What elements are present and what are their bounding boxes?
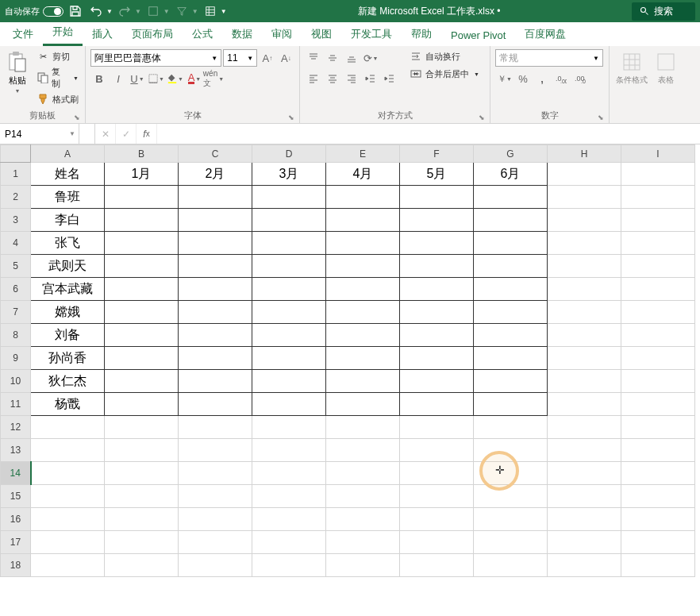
- cell-F3[interactable]: [400, 209, 474, 232]
- format-table-button[interactable]: 表格: [654, 49, 678, 87]
- row-header-3[interactable]: 3: [1, 209, 31, 232]
- cell-F18[interactable]: [400, 554, 474, 577]
- cell-D2[interactable]: [252, 186, 326, 209]
- col-header-I[interactable]: I: [621, 145, 695, 163]
- dec-decimal-icon[interactable]: .00.0: [571, 70, 589, 87]
- cell-B9[interactable]: [105, 347, 179, 370]
- cell-I7[interactable]: [621, 301, 695, 324]
- align-center-icon[interactable]: [324, 70, 341, 87]
- cell-B10[interactable]: [105, 370, 179, 393]
- cell-G12[interactable]: [474, 416, 548, 439]
- cell-B16[interactable]: [105, 508, 179, 531]
- cell-A10[interactable]: 狄仁杰: [31, 370, 105, 393]
- cell-G16[interactable]: [474, 508, 548, 531]
- cell-H4[interactable]: [548, 232, 621, 255]
- cell-B7[interactable]: [105, 301, 179, 324]
- enter-formula-icon[interactable]: ✓: [116, 124, 137, 144]
- search-box[interactable]: 搜索: [632, 2, 695, 21]
- autosave-toggle[interactable]: 自动保存 关: [5, 6, 63, 17]
- cell-F13[interactable]: [400, 439, 474, 462]
- cell-I1[interactable]: [621, 163, 695, 186]
- touch-icon[interactable]: [144, 2, 162, 20]
- cell-F9[interactable]: [400, 347, 474, 370]
- bold-button[interactable]: B: [90, 70, 108, 87]
- worksheet-grid[interactable]: ABCDEFGHI1姓名1月2月3月4月5月6月2鲁班3李白4张飞5武则天6宫本…: [0, 144, 700, 577]
- cell-E8[interactable]: [326, 324, 400, 347]
- cell-I5[interactable]: [621, 255, 695, 278]
- cell-E14[interactable]: [326, 462, 400, 485]
- cell-G2[interactable]: [474, 186, 548, 209]
- alignment-launcher[interactable]: ⬊: [479, 114, 485, 121]
- cell-F8[interactable]: [400, 324, 474, 347]
- cell-C13[interactable]: [179, 439, 252, 462]
- cell-B4[interactable]: [105, 232, 179, 255]
- cell-H8[interactable]: [548, 324, 621, 347]
- comma-icon[interactable]: ,: [533, 70, 551, 87]
- cell-I18[interactable]: [621, 554, 695, 577]
- cell-B14[interactable]: [105, 462, 179, 485]
- cell-B1[interactable]: 1月: [105, 163, 179, 186]
- cell-C8[interactable]: [179, 324, 252, 347]
- row-header-16[interactable]: 16: [1, 508, 31, 531]
- cell-I3[interactable]: [621, 209, 695, 232]
- cell-A4[interactable]: 张飞: [31, 232, 105, 255]
- cell-D9[interactable]: [252, 347, 326, 370]
- cell-B13[interactable]: [105, 439, 179, 462]
- cell-E18[interactable]: [326, 554, 400, 577]
- cell-C16[interactable]: [179, 508, 252, 531]
- cell-E13[interactable]: [326, 439, 400, 462]
- tab-insert[interactable]: 插入: [83, 22, 122, 46]
- cell-F14[interactable]: [400, 462, 474, 485]
- cell-D12[interactable]: [252, 416, 326, 439]
- col-header-B[interactable]: B: [105, 145, 179, 163]
- cell-F11[interactable]: [400, 393, 474, 416]
- cell-E1[interactable]: 4月: [326, 163, 400, 186]
- cell-C17[interactable]: [179, 531, 252, 554]
- row-header-1[interactable]: 1: [1, 163, 31, 186]
- cell-D10[interactable]: [252, 370, 326, 393]
- format-painter-button[interactable]: 格式刷: [35, 92, 80, 106]
- cell-G8[interactable]: [474, 324, 548, 347]
- tab-view[interactable]: 视图: [302, 22, 341, 46]
- cell-G4[interactable]: [474, 232, 548, 255]
- formula-input[interactable]: [157, 124, 700, 144]
- insert-function-icon[interactable]: fx: [137, 124, 157, 144]
- cell-H16[interactable]: [548, 508, 621, 531]
- redo-icon[interactable]: [116, 2, 133, 20]
- cell-G11[interactable]: [474, 393, 548, 416]
- cell-C11[interactable]: [179, 393, 252, 416]
- cell-C5[interactable]: [179, 255, 252, 278]
- cell-F16[interactable]: [400, 508, 474, 531]
- cell-E4[interactable]: [326, 232, 400, 255]
- grow-font-icon[interactable]: A↑: [259, 49, 275, 67]
- qat-dropdown[interactable]: ▼: [221, 8, 227, 15]
- cut-button[interactable]: ✂剪切: [35, 49, 80, 64]
- phonetic-button[interactable]: wén文▼: [205, 70, 222, 87]
- tab-file[interactable]: 文件: [3, 22, 43, 46]
- indent-dec-icon[interactable]: [362, 70, 379, 87]
- cell-H3[interactable]: [548, 209, 621, 232]
- cell-H1[interactable]: [548, 163, 621, 186]
- font-name-combo[interactable]: 阿里巴巴普惠体▼: [90, 49, 221, 67]
- cell-G1[interactable]: 6月: [474, 163, 548, 186]
- row-header-18[interactable]: 18: [1, 554, 31, 577]
- cell-A11[interactable]: 杨戬: [31, 393, 105, 416]
- cell-I10[interactable]: [621, 370, 695, 393]
- underline-button[interactable]: U▼: [129, 70, 146, 87]
- cell-B5[interactable]: [105, 255, 179, 278]
- cell-E7[interactable]: [326, 301, 400, 324]
- font-launcher[interactable]: ⬊: [288, 114, 294, 121]
- cell-H11[interactable]: [548, 393, 621, 416]
- cell-C14[interactable]: [179, 462, 252, 485]
- cell-H2[interactable]: [548, 186, 621, 209]
- row-header-2[interactable]: 2: [1, 186, 31, 209]
- cell-A12[interactable]: [31, 416, 105, 439]
- cell-F1[interactable]: 5月: [400, 163, 474, 186]
- align-left-icon[interactable]: [305, 70, 322, 87]
- cell-C7[interactable]: [179, 301, 252, 324]
- redo-dropdown[interactable]: ▼: [135, 8, 141, 15]
- row-header-11[interactable]: 11: [1, 393, 31, 416]
- cell-C6[interactable]: [179, 278, 252, 301]
- col-header-C[interactable]: C: [179, 145, 252, 163]
- font-color-button[interactable]: A▼: [186, 70, 203, 87]
